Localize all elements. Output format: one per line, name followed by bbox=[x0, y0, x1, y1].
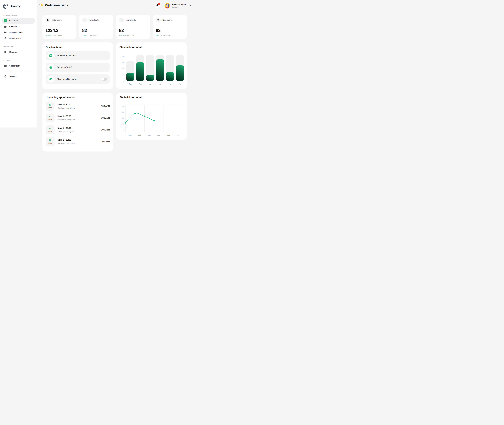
bar-value bbox=[176, 66, 184, 81]
bar-column: Mar bbox=[166, 55, 174, 81]
sidebar-item-all-employers[interactable]: All employers bbox=[2, 35, 35, 41]
x-axis-tick-label: Mar bbox=[173, 134, 183, 136]
calendar-off-icon bbox=[47, 76, 54, 82]
x-axis-tick-label: Mar bbox=[176, 83, 184, 85]
profile-menu[interactable]: Business name Role name bbox=[165, 3, 191, 8]
stat-value: 82 bbox=[156, 28, 184, 33]
stat-value: 82 bbox=[119, 28, 147, 33]
notifications-button[interactable]: 3 bbox=[155, 3, 160, 8]
x-axis-tick-label: Feb bbox=[136, 83, 144, 85]
stat-card-new-clients-1: New clients 82 +3% from last month bbox=[79, 15, 113, 39]
appointment-services: Saç kəsimi, rəngləmə bbox=[57, 107, 75, 109]
date-tile: 12 Mon bbox=[46, 113, 54, 122]
appointment-title: User 1 • 20:00 bbox=[57, 139, 75, 141]
stat-delta: +3% from last month bbox=[82, 34, 110, 36]
appointment-title: User 1 • 20:00 bbox=[57, 115, 75, 118]
add-appoinment-button[interactable]: Add new appoinment bbox=[46, 51, 110, 60]
plus-circle-icon bbox=[47, 52, 54, 59]
bar-track bbox=[166, 55, 174, 81]
appointment-price: 100 AZN bbox=[101, 128, 110, 131]
sparkles-icon bbox=[119, 18, 124, 22]
bar-chart-title: Statistick for month bbox=[120, 46, 184, 49]
page-header: Welcome back! bbox=[39, 3, 69, 8]
stat-delta: +3% from last month bbox=[119, 34, 147, 36]
line-chart-title: Statistick for month bbox=[120, 96, 184, 99]
stat-card-new-clients-3: New clients 82 +3% from last month bbox=[153, 15, 187, 39]
appointment-texts: User 1 • 20:00 Saç kəsimi, rəngləmə bbox=[57, 115, 75, 121]
quick-actions-title: Quick actions bbox=[46, 46, 110, 49]
stat-delta-text: from last month bbox=[122, 34, 134, 36]
appointment-day: 12 bbox=[49, 139, 51, 141]
sidebar-item-label: Subscription bbox=[9, 65, 20, 67]
chevron-down-icon[interactable] bbox=[189, 5, 191, 7]
sidebar-item-label: Calendar bbox=[9, 26, 17, 28]
appointment-services: Saç kəsimi, rəngləmə bbox=[57, 119, 75, 121]
appointments-title: Upcoming appoinments bbox=[46, 96, 110, 99]
stat-delta-percent: +3% bbox=[119, 34, 122, 36]
sidebar-item-subscription[interactable]: Subscription bbox=[2, 63, 35, 69]
notification-badge: 3 bbox=[158, 3, 160, 5]
list-icon bbox=[4, 31, 7, 34]
stat-delta-percent: +42% bbox=[45, 34, 50, 36]
appointment-row[interactable]: 12 Mon User 1 • 20:00 Saç kəsimi, rənglə… bbox=[46, 137, 110, 146]
x-axis-tick-label: Mar bbox=[166, 83, 174, 85]
x-axis-tick-label: Mar bbox=[144, 134, 154, 136]
business-name: Business name bbox=[172, 3, 186, 6]
x-axis-tick-label: Mar bbox=[154, 134, 164, 136]
x-axis-tick-label: Jan bbox=[125, 134, 135, 136]
appointment-row[interactable]: 12 Mon User 1 • 20:00 Saç kəsimi, rənglə… bbox=[46, 125, 110, 134]
sidebar-item-overview[interactable]: Overview bbox=[2, 18, 35, 24]
bar-value bbox=[166, 72, 174, 81]
sidebar-item-reviews[interactable]: Reviews bbox=[2, 49, 35, 55]
stat-delta-text: from last month bbox=[50, 34, 62, 36]
stat-delta-text: from last month bbox=[86, 34, 97, 36]
sidebar-item-all-appoinments[interactable]: All appoinments bbox=[2, 29, 35, 35]
line-chart-y-axis: 010050010001500 bbox=[120, 105, 124, 132]
x-axis-tick-label: Jan bbox=[126, 83, 134, 85]
line-chart-x-axis: JanFebMarMarMarMar bbox=[125, 134, 183, 136]
nav-section-label: FUNDAMENDTAL bbox=[0, 14, 37, 16]
x-axis-tick-label: Mar bbox=[164, 134, 173, 136]
line-chart-plot: JanFebMarMarMarMar bbox=[125, 105, 183, 136]
sidebar-item-calendar[interactable]: 1 Calendar bbox=[2, 24, 35, 29]
quick-actions-card: Quick actions Add new appoinment Edit to… bbox=[42, 42, 113, 89]
bar-track bbox=[126, 61, 134, 81]
calendar-edit-icon bbox=[47, 64, 54, 71]
trend-up-icon bbox=[4, 19, 7, 22]
edit-shift-button[interactable]: Edit today’s shift bbox=[46, 63, 110, 72]
appointment-price: 100 AZN bbox=[101, 117, 110, 119]
line-chart-svg bbox=[125, 105, 183, 132]
y-axis-tick-label: 0 bbox=[123, 80, 124, 82]
role-name: Role name bbox=[172, 6, 186, 8]
quick-action-label: Edit today’s shift bbox=[57, 66, 72, 69]
sidebar-item-settings[interactable]: Settings bbox=[2, 73, 35, 79]
bar-column: Mar bbox=[176, 55, 184, 81]
date-tile: 12 Mon bbox=[46, 102, 54, 111]
bar-track bbox=[176, 55, 184, 81]
svg-text:1: 1 bbox=[5, 26, 6, 27]
gear-icon bbox=[4, 75, 7, 78]
calendar-icon: 1 bbox=[4, 25, 7, 28]
offline-toggle[interactable] bbox=[101, 78, 107, 81]
stat-label: New clients bbox=[126, 19, 136, 21]
sparkles-icon bbox=[82, 18, 87, 22]
stat-label: Total users bbox=[52, 19, 61, 21]
avatar bbox=[165, 3, 170, 8]
offline-today-row[interactable]: Make us offline today bbox=[46, 74, 110, 84]
y-axis-tick-label: 1500 bbox=[121, 56, 124, 58]
x-axis-tick-label: Feb bbox=[135, 134, 145, 136]
stat-card-new-clients-2: New clients 82 +3% from last month bbox=[116, 15, 150, 39]
toggle-knob bbox=[101, 78, 104, 80]
sidebar-item-label: Settings bbox=[9, 75, 16, 78]
appointment-row[interactable]: 12 Mon User 1 • 20:00 Saç kəsimi, rənglə… bbox=[46, 113, 110, 122]
logo[interactable]: Bronny bbox=[0, 0, 37, 9]
bar-track bbox=[136, 55, 144, 81]
user-arrow-icon bbox=[45, 18, 50, 22]
x-axis-tick-label: Mar bbox=[146, 83, 154, 85]
appointment-row[interactable]: 12 Mon User 1 • 20:00 Saç kəsimi, rənglə… bbox=[46, 102, 110, 111]
line-chart-card: Statistick for month 010050010001500 Jan… bbox=[116, 93, 187, 139]
y-axis-tick-label: 100 bbox=[121, 73, 124, 75]
stat-value: 1234.2 bbox=[45, 28, 74, 33]
appointment-weekday: Mon bbox=[48, 130, 52, 132]
appointments-card: Upcoming appoinments 12 Mon User 1 • 20:… bbox=[42, 93, 113, 152]
